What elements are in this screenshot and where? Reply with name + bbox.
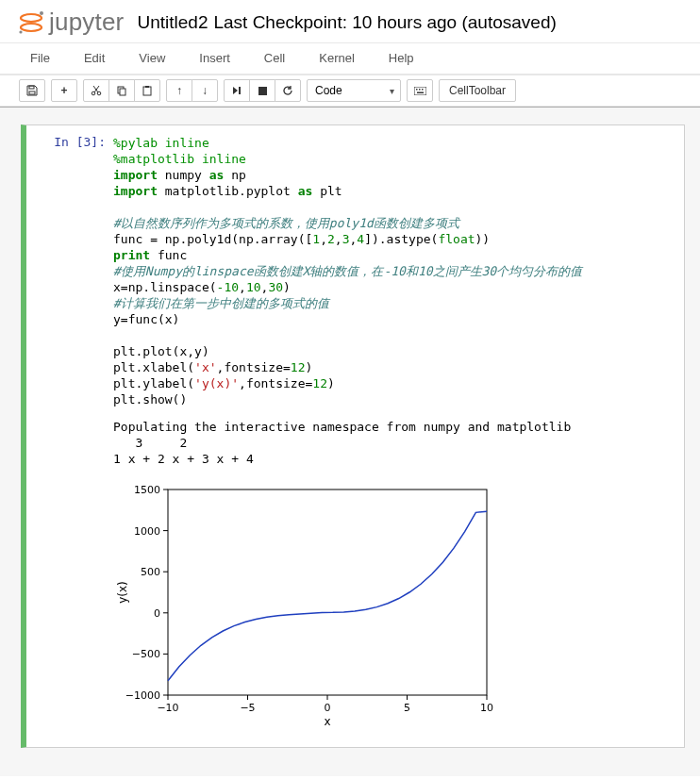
svg-rect-4 [29,86,34,89]
svg-rect-11 [145,86,149,88]
add-cell-button[interactable]: + [51,79,77,102]
menu-cell[interactable]: Cell [260,43,289,74]
code-cell[interactable]: In [3]: %pylab inline %matplotlib inline… [21,124,685,748]
svg-point-0 [21,14,42,22]
svg-point-3 [19,30,22,33]
cut-icon [91,85,102,96]
svg-text:0: 0 [325,702,331,714]
restart-icon [282,85,293,96]
save-icon [26,85,38,96]
svg-text:1000: 1000 [134,525,160,538]
arrow-down-icon: ↓ [202,84,208,97]
svg-text:y(x): y(x) [116,581,129,604]
copy-icon [116,85,127,96]
celltype-selected: Code [315,84,342,97]
save-button[interactable] [19,79,45,102]
svg-text:−10: −10 [157,702,178,714]
svg-rect-16 [419,89,421,91]
svg-point-2 [40,11,43,15]
keyboard-icon [414,87,426,95]
svg-text:500: 500 [141,566,160,578]
title-area: Untitled2 Last Checkpoint: 10 hours ago … [137,12,556,33]
stop-button[interactable] [249,79,275,102]
svg-rect-17 [422,89,424,91]
chart-svg: −10−50510−1000−500050010001500xy(x) [113,478,500,733]
svg-text:−500: −500 [132,648,160,660]
svg-rect-13 [258,87,267,95]
svg-text:−1000: −1000 [125,689,160,702]
svg-rect-15 [416,89,418,91]
move-down-button[interactable]: ↓ [192,79,218,102]
svg-text:5: 5 [404,702,410,714]
step-forward-icon [232,86,242,95]
notebook-title[interactable]: Untitled2 [137,12,208,33]
paste-icon [142,85,153,96]
svg-rect-5 [29,91,35,94]
command-palette-button[interactable] [407,79,433,102]
jupyter-icon [17,8,45,37]
toolbar: + ↑ ↓ Code CellToolbar [0,75,700,107]
output-chart: −10−50510−1000−500050010001500xy(x) [113,478,684,736]
svg-text:10: 10 [480,702,493,714]
svg-text:−5: −5 [240,702,255,714]
jupyter-logo[interactable]: jupyter [17,8,124,37]
svg-rect-9 [120,89,125,95]
svg-point-1 [21,24,42,31]
celltoolbar-button[interactable]: CellToolbar [439,79,516,102]
menu-view[interactable]: View [135,43,169,74]
svg-rect-19 [168,490,487,695]
svg-rect-18 [417,91,424,93]
plus-icon: + [60,84,67,97]
svg-text:1500: 1500 [134,484,160,496]
menu-edit[interactable]: Edit [80,43,108,74]
svg-rect-14 [414,87,426,95]
logo-text: jupyter [49,8,124,37]
menu-help[interactable]: Help [385,43,418,74]
checkpoint-text: Last Checkpoint: 10 hours ago (autosaved… [213,12,556,33]
cut-button[interactable] [83,79,109,102]
copy-button[interactable] [108,79,135,102]
stop-icon [258,87,267,95]
restart-button[interactable] [275,79,301,102]
paste-button[interactable] [134,79,160,102]
output-text: Populating the interactive namespace fro… [113,411,684,471]
menubar: FileEditViewInsertCellKernelHelp [0,42,700,75]
notebook-container: In [3]: %pylab inline %matplotlib inline… [0,107,700,776]
notebook-header: jupyter Untitled2 Last Checkpoint: 10 ho… [0,0,700,42]
svg-rect-12 [239,87,241,94]
celltype-select[interactable]: Code [307,79,401,102]
menu-file[interactable]: File [26,43,54,74]
input-prompt: In [3]: [26,131,113,149]
svg-text:x: x [324,715,330,728]
celltoolbar-label: CellToolbar [449,84,506,97]
menu-insert[interactable]: Insert [195,43,234,74]
output-prompt [26,411,113,415]
run-button[interactable] [224,79,250,102]
code-input[interactable]: %pylab inline %matplotlib inline import … [113,131,684,411]
svg-text:0: 0 [154,607,160,620]
move-up-button[interactable]: ↑ [166,79,192,102]
arrow-up-icon: ↑ [176,84,182,97]
svg-rect-10 [143,87,151,95]
menu-kernel[interactable]: Kernel [315,43,358,74]
